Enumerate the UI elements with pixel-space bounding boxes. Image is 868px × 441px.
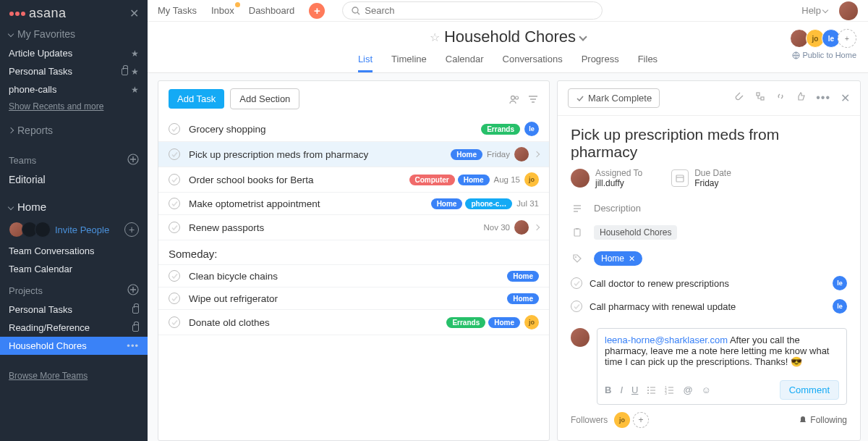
assignee-avatar[interactable]: le [524, 122, 539, 136]
comment-input[interactable]: leena-horne@sharklaser.com After you cal… [597, 328, 847, 405]
emoji-icon[interactable]: ☺ [702, 385, 711, 395]
task-row[interactable]: Pick up prescription meds from pharmacy … [158, 142, 549, 167]
task-tag[interactable]: Errands [481, 124, 520, 135]
task-row[interactable]: Order school books for Berta ComputerHom… [158, 167, 549, 193]
tab-list[interactable]: List [358, 51, 373, 72]
numbered-list-icon[interactable]: 123 [665, 385, 674, 395]
assignee-avatar[interactable]: le [833, 276, 847, 290]
nav-dashboard[interactable]: Dashboard [249, 5, 295, 16]
task-tag[interactable]: Errands [446, 317, 485, 328]
task-row[interactable]: Clean bicycle chains Home [158, 265, 549, 287]
comment-button[interactable]: Comment [780, 380, 839, 400]
add-member-icon[interactable]: + [124, 222, 139, 237]
add-task-button[interactable]: Add Task [169, 89, 224, 109]
assignee-avatar[interactable]: jo [524, 172, 539, 187]
task-tag[interactable]: Home [458, 175, 490, 185]
comment-mention[interactable]: leena-horne@sharklaser.com [605, 335, 728, 345]
complete-checkbox[interactable] [169, 316, 180, 328]
complete-checkbox[interactable] [169, 270, 180, 282]
mention-icon[interactable]: @ [683, 385, 692, 395]
projects-row[interactable]: Household Chores [558, 219, 860, 245]
assignee-avatar[interactable]: le [833, 299, 847, 314]
complete-checkbox[interactable] [169, 222, 180, 233]
star-icon[interactable]: ☆ [430, 30, 440, 44]
subtask-icon[interactable] [755, 91, 765, 105]
due-date[interactable]: Due Date Friday [671, 168, 731, 188]
add-project-icon[interactable] [127, 284, 139, 298]
more-icon[interactable]: ••• [816, 91, 830, 105]
sidebar-item-household-chores[interactable]: Household Chores ••• [0, 337, 148, 355]
tab-conversations[interactable]: Conversations [503, 51, 563, 72]
add-section-button[interactable]: Add Section [230, 88, 299, 109]
profile-avatar[interactable] [839, 1, 858, 20]
task-tag[interactable]: Home [451, 149, 482, 160]
task-tag[interactable]: Home [488, 317, 520, 328]
assignee-avatar[interactable]: jo [524, 315, 539, 329]
complete-checkbox[interactable] [169, 148, 180, 160]
section-header[interactable]: Someday: [158, 240, 549, 265]
follower-avatar[interactable]: jo [614, 412, 630, 428]
task-row[interactable]: Grocery shopping Errandsle [158, 117, 549, 142]
sidebar-item-editorial[interactable]: Editorial [0, 170, 148, 189]
task-row[interactable]: Renew passports Nov 30 [158, 215, 549, 240]
complete-checkbox[interactable] [169, 174, 180, 185]
sidebar-item-reading-reference[interactable]: Reading/Reference [0, 319, 148, 337]
nav-my-tasks[interactable]: My Tasks [158, 5, 197, 16]
show-recents-link[interactable]: Show Recents and more [0, 98, 148, 114]
task-tag[interactable]: Home [431, 198, 463, 209]
more-icon[interactable]: ••• [127, 340, 139, 351]
tab-calendar[interactable]: Calendar [446, 51, 484, 72]
subtask-row[interactable]: Call doctor to renew prescriptions le [558, 272, 860, 295]
description-row[interactable]: Description [558, 197, 860, 219]
sidebar-item-team-conversations[interactable]: Team Conversations [0, 242, 148, 260]
task-tag[interactable]: Home [507, 271, 539, 282]
task-tag[interactable]: Home [507, 293, 539, 304]
task-row[interactable]: Make optometrist appointment Homephone-c… [158, 193, 549, 215]
close-icon[interactable]: ✕ [841, 91, 850, 105]
tab-timeline[interactable]: Timeline [391, 51, 427, 72]
people-icon[interactable] [509, 93, 520, 105]
tag-chip[interactable]: Home✕ [594, 251, 642, 266]
bullet-list-icon[interactable] [647, 385, 656, 395]
complete-checkbox[interactable] [571, 301, 582, 312]
complete-checkbox[interactable] [571, 277, 582, 289]
project-title[interactable]: ☆ Household Chores [430, 28, 586, 46]
sidebar-item-phone-calls[interactable]: phone-calls ★ [0, 80, 148, 98]
favorites-header[interactable]: My Favorites [0, 24, 148, 44]
task-row[interactable]: Wipe out refrigerator Home [158, 287, 549, 310]
search-input[interactable] [365, 5, 593, 16]
project-visibility[interactable]: Public to Home [792, 51, 856, 59]
teams-header[interactable]: Teams [0, 148, 148, 170]
bold-icon[interactable]: B [605, 385, 611, 395]
search-box[interactable] [342, 1, 603, 20]
sidebar-item-personal-tasks[interactable]: Personal Tasks [0, 301, 148, 319]
assignee-avatar[interactable] [514, 147, 529, 161]
remove-tag-icon[interactable]: ✕ [629, 254, 635, 264]
like-icon[interactable] [796, 91, 806, 105]
collapse-sidebar-icon[interactable]: ✕ [129, 7, 139, 20]
complete-checkbox[interactable] [169, 293, 180, 304]
italic-icon[interactable]: I [620, 385, 623, 395]
mark-complete-button[interactable]: Mark Complete [568, 88, 660, 108]
task-row[interactable]: Donate old clothes ErrandsHomejo [158, 310, 549, 335]
complete-checkbox[interactable] [169, 198, 180, 209]
nav-inbox[interactable]: Inbox [211, 5, 234, 16]
filter-icon[interactable] [527, 93, 539, 105]
task-tag[interactable]: phone-c… [465, 198, 512, 209]
home-team-header[interactable]: Home [0, 196, 148, 217]
project-chip[interactable]: Household Chores [594, 225, 677, 240]
tab-progress[interactable]: Progress [582, 51, 619, 72]
add-member-button[interactable]: + [838, 29, 856, 48]
invite-people-link[interactable]: Invite People [55, 224, 109, 235]
new-button[interactable]: + [309, 3, 325, 19]
underline-icon[interactable]: U [631, 385, 638, 395]
sidebar-item-personal-tasks-fav[interactable]: Personal Tasks ★ [0, 62, 148, 80]
complete-checkbox[interactable] [169, 123, 180, 135]
assignee-avatar[interactable] [514, 220, 529, 235]
assigned-to[interactable]: Assigned To jill.duffy [571, 168, 642, 188]
reports-header[interactable]: Reports [0, 120, 148, 140]
projects-header[interactable]: Projects [0, 278, 148, 301]
subtask-row[interactable]: Call pharmacy with renewal update le [558, 295, 860, 318]
add-follower-button[interactable]: + [633, 412, 649, 428]
copy-link-icon[interactable] [775, 91, 786, 105]
